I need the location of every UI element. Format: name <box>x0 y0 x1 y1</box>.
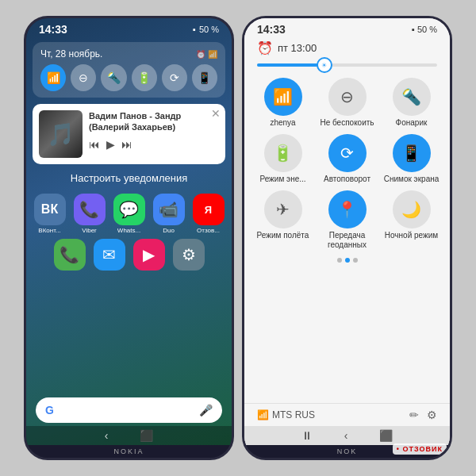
notification-area: Чт, 28 ноябрь. ⏰ 📶 📶 ⊖ 🔦 🔋 ⟳ 📱 <box>33 42 225 98</box>
flashlight-toggle[interactable]: 🔦 <box>101 64 126 91</box>
qs-carrier-row: 📶 MTS RUS ✏ ⚙ <box>244 403 450 426</box>
app-vk[interactable]: ВК ВКонт... <box>34 194 66 234</box>
app-duo[interactable]: 📹 Duo <box>153 194 185 234</box>
app-yandex[interactable]: Я Отзов... <box>193 194 225 234</box>
phone-icon: 📞 <box>54 239 86 271</box>
qs-screenshot-label: Снимок экрана <box>384 175 440 184</box>
home-btn[interactable]: ⬛ <box>140 429 153 442</box>
status-time-1: 14:33 <box>39 23 67 36</box>
nokia-brand-1: NOKIA <box>26 445 232 458</box>
date-text: Чт, 28 ноябрь. <box>40 48 102 60</box>
media-controls: ⏮ ▶ ⏭ <box>89 138 219 151</box>
play-btn[interactable]: ▶ <box>106 138 115 151</box>
bottom-nav-1: ‹ ⬛ <box>26 426 232 445</box>
app-settings[interactable]: ⚙ <box>173 239 205 271</box>
duo-icon: 📹 <box>153 194 185 225</box>
date-row: Чт, 28 ноябрь. ⏰ 📶 <box>40 48 217 60</box>
qs-rotate-label: Автоповор­от <box>324 175 370 184</box>
qs-tile-screenshot[interactable]: 📱 Снимок экрана <box>382 134 440 184</box>
alarm-text: пт 13:00 <box>278 42 317 54</box>
yandex-label: Отзов... <box>197 227 220 234</box>
media-title: Вадим Панов - Зандр (Валерий Захарьев) <box>89 110 219 133</box>
qs-tile-wifi[interactable]: 📶 zhenya <box>254 78 312 128</box>
configure-notif[interactable]: Настроить уведомления <box>26 172 232 184</box>
google-g-icon: G <box>45 404 54 416</box>
back-btn[interactable]: ‹ <box>105 429 109 442</box>
quick-toggle-row: 📶 ⊖ 🔦 🔋 ⟳ 📱 <box>40 64 217 91</box>
carrier-action-icons: ✏ ⚙ <box>409 409 437 421</box>
alarm-row: ⏰ пт 13:00 <box>244 37 450 60</box>
status-icons-1: ▪ 50 % <box>193 25 219 34</box>
qs-dnd-icon: ⊖ <box>328 78 367 116</box>
alarm-icon: ⏰ <box>257 40 273 56</box>
sms-icon: ✉ <box>94 239 125 271</box>
mic-icon[interactable]: 🎤 <box>199 404 213 416</box>
qs-tile-night[interactable]: 🌙 Ночной режим <box>382 190 440 250</box>
qs-airplane-icon: ✈ <box>264 190 302 228</box>
signal-icon: 📶 <box>208 50 217 59</box>
qs-location-label: Передача геоданных <box>318 231 376 250</box>
duo-label: Duo <box>163 227 175 234</box>
qs-tile-flashlight[interactable]: 🔦 Фонарик <box>382 78 440 128</box>
prev-btn[interactable]: ⏮ <box>89 138 100 151</box>
vk-icon: ВК <box>34 194 66 225</box>
qs-battery-percent: 50 % <box>417 25 437 34</box>
phone-1: 14:33 ▪ 50 % Чт, 28 ноябрь. ⏰ 📶 📶 ⊖ 🔦 🔋 <box>24 16 234 460</box>
data-toggle[interactable]: 📱 <box>192 64 217 91</box>
dnd-toggle[interactable]: ⊖ <box>71 64 96 91</box>
recent-btn-2[interactable]: ⬛ <box>379 429 393 442</box>
qs-screenshot-icon: 📱 <box>393 134 431 172</box>
app-sms[interactable]: ✉ <box>94 239 125 271</box>
phone1-screen: 14:33 ▪ 50 % Чт, 28 ноябрь. ⏰ 📶 📶 ⊖ 🔦 🔋 <box>26 18 232 445</box>
qs-status-time: 14:33 <box>257 23 286 36</box>
close-media-btn[interactable]: ✕ <box>211 107 221 120</box>
qs-rotate-icon: ⟳ <box>328 134 367 172</box>
qs-status-icons: ▪ 50 % <box>412 25 437 34</box>
edit-icon[interactable]: ✏ <box>409 409 419 421</box>
clock-icon: ⏰ <box>196 50 205 59</box>
qs-wifi-icon: 📶 <box>264 78 302 116</box>
app-whatsapp[interactable]: 💬 Whats... <box>113 194 145 234</box>
qs-wifi-label: zhenya <box>270 118 295 128</box>
brightness-fill <box>257 63 320 67</box>
viber-icon: 📞 <box>74 194 106 225</box>
status-bar-1: 14:33 ▪ 50 % <box>26 18 232 39</box>
qs-battery-icon-tile: 🔋 <box>264 134 302 172</box>
brightness-thumb: ☀ <box>317 57 332 73</box>
gear-icon[interactable]: ⚙ <box>427 409 437 421</box>
whatsapp-icon: 💬 <box>113 194 145 225</box>
rotate-toggle[interactable]: ⟳ <box>162 64 187 91</box>
qs-tile-airplane[interactable]: ✈ Режим полёта <box>254 190 312 250</box>
qs-tile-location[interactable]: 📍 Передача геоданных <box>318 190 376 250</box>
app-music[interactable]: ▶ <box>133 239 165 271</box>
back-btn-2[interactable]: ⏸ <box>301 429 313 442</box>
battery-toggle[interactable]: 🔋 <box>132 64 157 91</box>
brightness-row: ☀ <box>244 60 450 73</box>
qs-dot-2 <box>345 258 350 263</box>
qs-tile-dnd[interactable]: ⊖ Не беспок­оить <box>318 78 376 128</box>
qs-dot-1 <box>337 258 342 263</box>
phone2-screen: 14:33 ▪ 50 % ⏰ пт 13:00 ☀ 📶 zhenya <box>244 18 450 445</box>
app-row-1: ВК ВКонт... 📞 Viber 💬 Whats... 📹 Duo Я О… <box>26 194 232 234</box>
qs-tile-rotate[interactable]: ⟳ Автоповор­от <box>318 134 376 184</box>
app-phone[interactable]: 📞 <box>54 239 86 271</box>
app-row-2: 📞 ✉ ▶ ⚙ <box>26 239 232 271</box>
search-bar[interactable]: G 🎤 <box>36 397 222 423</box>
qs-indicator-row <box>244 255 450 266</box>
media-thumb: 🎵 <box>39 110 83 158</box>
battery-icon-1: ▪ <box>193 25 196 34</box>
home-btn-2[interactable]: ‹ <box>344 429 348 442</box>
viber-label: Viber <box>82 227 97 234</box>
vk-label: ВКонт... <box>38 227 60 234</box>
settings-icon: ⚙ <box>173 239 205 271</box>
brightness-slider[interactable]: ☀ <box>257 63 437 67</box>
qs-tile-battery[interactable]: 🔋 Режим эне... <box>254 134 312 184</box>
notif-icons: ⏰ 📶 <box>196 50 217 59</box>
qs-airplane-label: Режим полёта <box>257 231 309 240</box>
wifi-toggle[interactable]: 📶 <box>40 64 66 91</box>
app-viber[interactable]: 📞 Viber <box>74 194 106 234</box>
next-btn[interactable]: ⏭ <box>121 138 132 151</box>
whatsapp-label: Whats... <box>117 227 140 234</box>
battery-percent-1: 50 % <box>199 25 219 34</box>
qs-location-icon: 📍 <box>328 190 367 228</box>
